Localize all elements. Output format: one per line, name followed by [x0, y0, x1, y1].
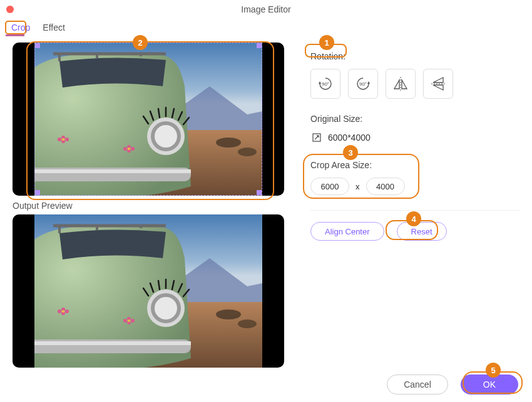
original-size-value-row: 6000*4000 — [310, 133, 521, 143]
svg-point-20 — [58, 138, 61, 141]
rotation-buttons: 90° 90° — [310, 69, 521, 99]
svg-point-29 — [128, 148, 130, 150]
callout-5: 5 — [486, 363, 501, 378]
crop-handle-bottom-left[interactable] — [35, 190, 40, 195]
window-title: Image Editor — [241, 4, 290, 14]
flip-vertical-icon — [429, 75, 447, 93]
svg-point-53 — [65, 309, 69, 313]
close-window-button[interactable] — [6, 6, 14, 13]
svg-marker-69 — [433, 85, 443, 90]
svg-point-25 — [123, 147, 127, 151]
svg-rect-9 — [34, 169, 191, 173]
svg-text:90°: 90° — [322, 81, 329, 87]
svg-point-3 — [238, 148, 257, 156]
reset-button[interactable]: Reset — [397, 222, 447, 241]
tab-effect[interactable]: Effect — [36, 20, 71, 35]
output-preview-label: Output Preview — [13, 201, 288, 211]
title-bar: Image Editor — [0, 0, 532, 19]
flip-horizontal-icon — [392, 75, 409, 93]
svg-marker-66 — [402, 80, 407, 89]
flip-horizontal-button[interactable] — [386, 69, 416, 99]
crop-handle-bottom-right[interactable] — [257, 190, 262, 195]
flip-vertical-button[interactable] — [423, 69, 453, 99]
svg-text:90°: 90° — [359, 81, 367, 87]
original-size-label: Original Size: — [310, 114, 521, 124]
output-preview — [13, 214, 284, 368]
footer-buttons: Cancel OK — [387, 374, 518, 394]
svg-point-2 — [216, 138, 241, 148]
svg-point-59 — [128, 319, 130, 322]
svg-marker-65 — [394, 80, 399, 89]
tabs-row: Crop Effect — [0, 19, 532, 36]
crop-separator: x — [356, 182, 360, 191]
rotate-ccw-icon: 90° — [317, 75, 334, 93]
crop-area-size-label: Crop Area Size: — [310, 160, 521, 170]
svg-marker-60 — [319, 81, 321, 84]
svg-point-55 — [123, 319, 127, 323]
svg-rect-39 — [34, 341, 191, 345]
crop-area-inputs: x — [310, 178, 521, 195]
align-center-button[interactable]: Align Center — [310, 222, 384, 241]
divider — [310, 210, 521, 211]
crop-width-input[interactable] — [310, 178, 349, 195]
expand-icon — [312, 133, 322, 143]
original-size-value: 6000*4000 — [328, 133, 371, 143]
ok-button[interactable]: OK — [461, 374, 518, 394]
right-column: Rotation: 90° 90° — [310, 43, 521, 368]
svg-point-23 — [65, 138, 69, 141]
svg-point-58 — [131, 319, 135, 323]
svg-marker-62 — [367, 81, 370, 84]
svg-point-42 — [155, 297, 177, 319]
callout-3: 3 — [343, 145, 358, 160]
svg-point-33 — [238, 319, 257, 328]
tab-crop[interactable]: Crop — [5, 20, 36, 35]
svg-point-28 — [131, 147, 135, 151]
callout-2: 2 — [133, 35, 148, 50]
rotation-label: Rotation: — [310, 51, 521, 61]
callout-4: 4 — [406, 211, 421, 226]
crop-preview[interactable] — [13, 43, 284, 196]
svg-marker-68 — [433, 78, 443, 83]
left-column: Output Preview — [13, 43, 288, 368]
rotate-ccw-button[interactable]: 90° — [310, 69, 340, 99]
rotate-cw-icon: 90° — [354, 75, 372, 93]
rotate-cw-button[interactable]: 90° — [348, 69, 378, 99]
svg-point-24 — [62, 138, 64, 141]
callout-1: 1 — [319, 35, 334, 50]
cancel-button[interactable]: Cancel — [387, 374, 448, 394]
svg-point-50 — [58, 309, 61, 313]
crop-height-input[interactable] — [366, 178, 405, 195]
active-tab-underline — [6, 34, 24, 36]
svg-point-12 — [155, 125, 177, 148]
crop-handle-top-right[interactable] — [257, 43, 262, 48]
crop-handle-top-left[interactable] — [35, 43, 40, 48]
svg-point-54 — [62, 310, 64, 313]
svg-point-32 — [216, 309, 241, 319]
